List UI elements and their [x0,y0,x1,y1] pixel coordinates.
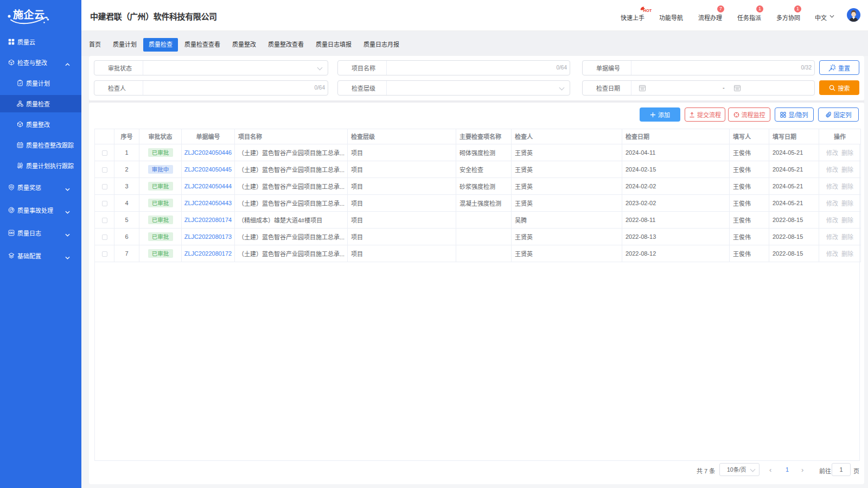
svg-text:HOT: HOT [643,8,652,13]
